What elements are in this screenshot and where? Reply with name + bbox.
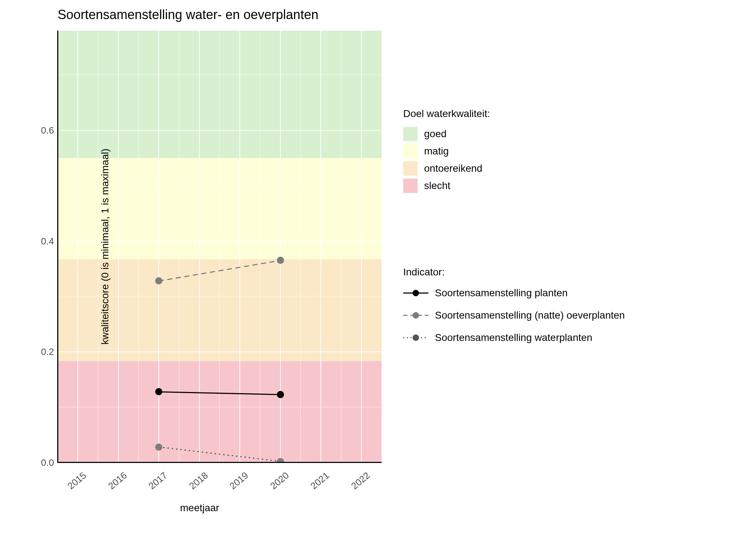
legend-entry-slecht: slecht bbox=[403, 179, 727, 193]
gridline-h bbox=[58, 130, 382, 131]
y-axis-line bbox=[57, 31, 58, 463]
x-tick-label: 2015 bbox=[57, 470, 89, 499]
legend-entry-matig: matig bbox=[403, 144, 727, 158]
gridline-v bbox=[98, 31, 98, 463]
gridline-v bbox=[138, 31, 139, 463]
swatch-slecht bbox=[403, 179, 418, 193]
data-point bbox=[277, 391, 284, 398]
y-tick-label: 0.6 bbox=[11, 125, 54, 136]
chart-title: Soortensamenstelling water- en oeverplan… bbox=[58, 7, 318, 22]
x-tick-label: 2021 bbox=[300, 470, 332, 499]
data-point bbox=[155, 277, 162, 284]
legend-label: Soortensamenstelling planten bbox=[435, 287, 568, 299]
legend-entry-waterplanten: Soortensamenstelling waterplanten bbox=[403, 330, 742, 346]
x-tick-label: 2017 bbox=[138, 470, 170, 499]
x-tick-label: 2020 bbox=[259, 470, 291, 499]
x-axis-line bbox=[58, 462, 382, 463]
gridline-h bbox=[58, 407, 382, 407]
legend-label: Soortensamenstelling waterplanten bbox=[435, 332, 592, 343]
x-tick-label: 2016 bbox=[97, 470, 129, 499]
gridline-v bbox=[239, 31, 240, 463]
gridline-v bbox=[219, 31, 220, 463]
gridline-v bbox=[260, 31, 260, 463]
legend-indicator: Indicator: Soortensamenstelling planten … bbox=[403, 266, 742, 352]
x-tick-label: 2018 bbox=[178, 470, 210, 499]
legend-label: ontoereikend bbox=[424, 163, 482, 174]
gridline-v bbox=[320, 31, 321, 463]
legend-label: Soortensamenstelling (natte) oeverplante… bbox=[435, 310, 625, 321]
gridline-v bbox=[341, 31, 341, 463]
legend-entry-ontoereikend: ontoereikend bbox=[403, 161, 727, 176]
legend-sample-dotted bbox=[403, 333, 428, 342]
y-tick-label: 0.0 bbox=[11, 457, 54, 468]
gridline-v bbox=[118, 31, 119, 463]
data-point bbox=[155, 444, 162, 451]
swatch-goed bbox=[403, 127, 418, 141]
swatch-matig bbox=[403, 144, 418, 158]
legend-label: goed bbox=[424, 128, 446, 140]
legend-label: slecht bbox=[424, 180, 450, 192]
y-axis-label: kwaliteitscore (0 is minimaal, 1 is maxi… bbox=[99, 149, 111, 345]
x-axis-label: meetjaar bbox=[180, 502, 219, 514]
legend-entry-goed: goed bbox=[403, 127, 727, 141]
quality-band-slecht bbox=[58, 361, 382, 463]
gridline-v bbox=[361, 31, 362, 463]
quality-band-goed bbox=[58, 31, 382, 158]
gridline-v bbox=[300, 31, 301, 463]
legend-indicator-title: Indicator: bbox=[403, 266, 742, 278]
data-point bbox=[277, 257, 284, 264]
legend-entry-planten: Soortensamenstelling planten bbox=[403, 285, 742, 301]
legend-label: matig bbox=[424, 145, 449, 157]
gridline-h bbox=[58, 75, 382, 75]
x-tick-label: 2019 bbox=[219, 470, 251, 499]
gridline-v bbox=[199, 31, 200, 463]
gridline-v bbox=[158, 31, 159, 463]
legend-quality: Doel waterkwaliteit: goed matig ontoerei… bbox=[403, 108, 727, 196]
gridline-v bbox=[179, 31, 179, 463]
x-tick-label: 2022 bbox=[340, 470, 372, 499]
legend-sample-dashed bbox=[403, 311, 428, 320]
legend-quality-title: Doel waterkwaliteit: bbox=[403, 108, 727, 120]
data-point bbox=[155, 388, 162, 395]
y-tick-label: 0.4 bbox=[11, 235, 54, 247]
legend-entry-oeverplanten: Soortensamenstelling (natte) oeverplante… bbox=[403, 307, 742, 323]
gridline-v bbox=[77, 31, 78, 463]
y-tick-label: 0.2 bbox=[11, 346, 54, 357]
gridline-h bbox=[58, 351, 382, 352]
legend-sample-solid bbox=[403, 289, 428, 297]
swatch-ontoereikend bbox=[403, 161, 418, 176]
